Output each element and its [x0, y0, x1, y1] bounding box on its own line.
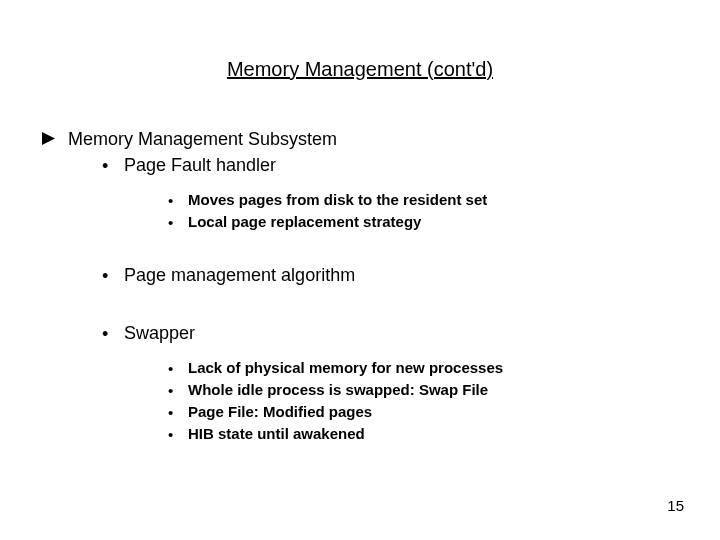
dot-icon	[168, 191, 188, 210]
page-number: 15	[667, 497, 684, 514]
level3-text: Whole idle process is swapped: Swap File	[188, 381, 488, 398]
slide-title: Memory Management (cont'd)	[40, 58, 680, 81]
level2-text: Page Fault handler	[124, 155, 276, 176]
level2-text: Swapper	[124, 323, 195, 344]
dot-icon	[168, 425, 188, 444]
level3-text: Lack of physical memory for new processe…	[188, 359, 503, 376]
dot-icon	[102, 265, 124, 287]
slide: Memory Management (cont'd) Memory Manage…	[0, 0, 720, 540]
bullet-level2: Page Fault handler	[102, 155, 680, 177]
dot-icon	[168, 403, 188, 422]
bullet-level1: Memory Management Subsystem	[42, 129, 680, 151]
arrow-icon	[42, 129, 68, 151]
level3-text: Page File: Modified pages	[188, 403, 372, 420]
bullet-level3: Page File: Modified pages	[168, 403, 680, 422]
dot-icon	[102, 155, 124, 177]
bullet-level3: Local page replacement strategy	[168, 213, 680, 232]
bullet-level3: HIB state until awakened	[168, 425, 680, 444]
bullet-level2: Page management algorithm	[102, 265, 680, 287]
level1-text: Memory Management Subsystem	[68, 129, 337, 150]
bullet-level3: Whole idle process is swapped: Swap File	[168, 381, 680, 400]
level2-text: Page management algorithm	[124, 265, 355, 286]
dot-icon	[168, 381, 188, 400]
bullet-level2: Swapper	[102, 323, 680, 345]
dot-icon	[168, 359, 188, 378]
svg-marker-0	[42, 132, 55, 145]
level3-text: Local page replacement strategy	[188, 213, 421, 230]
level3-text: Moves pages from disk to the resident se…	[188, 191, 487, 208]
bullet-level3: Lack of physical memory for new processe…	[168, 359, 680, 378]
dot-icon	[168, 213, 188, 232]
level3-text: HIB state until awakened	[188, 425, 365, 442]
dot-icon	[102, 323, 124, 345]
bullet-level3: Moves pages from disk to the resident se…	[168, 191, 680, 210]
